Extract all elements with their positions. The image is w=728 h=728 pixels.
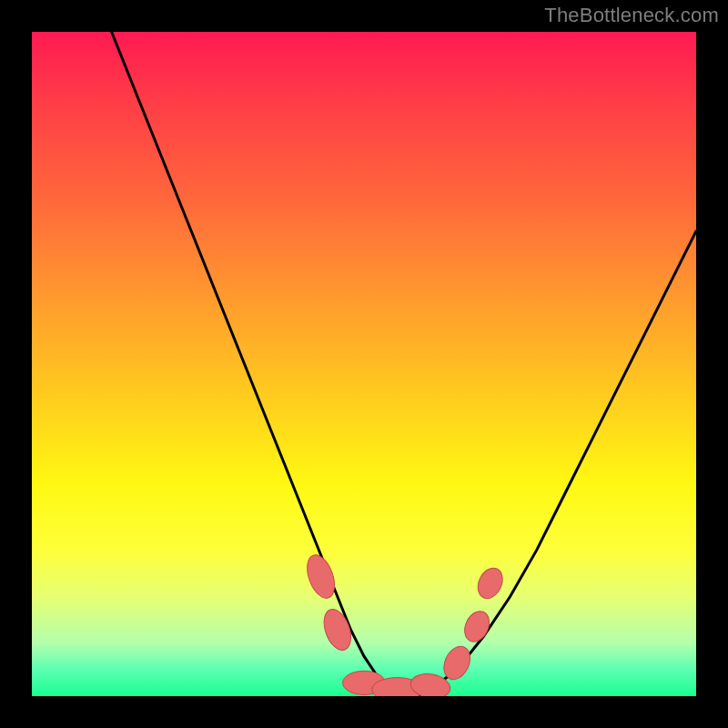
bottleneck-curve (32, 32, 696, 696)
chart-svg (32, 32, 696, 696)
curve-path (32, 32, 696, 696)
data-marker (302, 551, 340, 602)
data-markers (302, 551, 508, 696)
watermark-text: TheBottleneck.com (544, 4, 719, 27)
data-marker (473, 564, 507, 602)
plot-area (32, 32, 696, 696)
data-marker (460, 607, 493, 645)
chart-frame: TheBottleneck.com (0, 0, 728, 728)
